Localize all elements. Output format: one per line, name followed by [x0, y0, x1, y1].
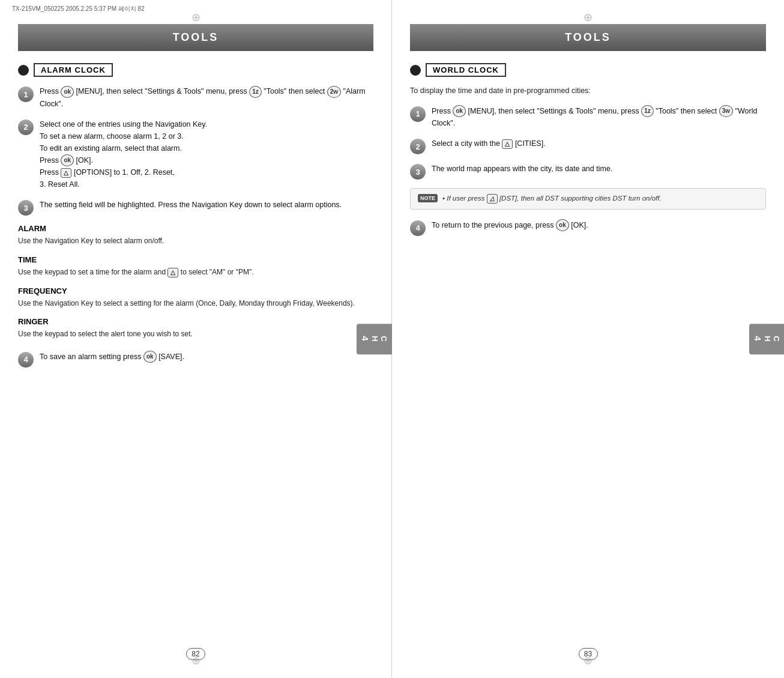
step-num-3: 3 — [18, 200, 34, 216]
time-subtext: Use the keypad to set a time for the ala… — [18, 267, 373, 278]
alarm-clock-section-title: ALARM CLOCK — [18, 63, 373, 77]
tools-key: 1z — [249, 86, 262, 98]
crosshair-top-left: ⊕ — [191, 11, 201, 24]
step-text-1-right: Press ok [MENU], then select "Settings &… — [432, 105, 766, 130]
step-num-1-right: 1 — [410, 106, 426, 122]
menu-key: ok — [61, 86, 74, 98]
ringer-subtext: Use the keypad to select the alert tone … — [18, 328, 373, 340]
note-label: NOTE — [418, 194, 438, 202]
ok-key-right: ok — [556, 219, 569, 231]
crosshair-bottom-left: ⊕ — [191, 654, 201, 667]
alarm-subtext: Use the Navigation Key to select alarm o… — [18, 235, 373, 247]
step-text-4-right: To return to the previous page, press ok… — [432, 219, 588, 232]
step-num-2: 2 — [18, 120, 34, 135]
step-text-3-right: The world map appears with the city, its… — [432, 163, 612, 175]
alarm-clock-label: ALARM CLOCK — [34, 63, 113, 77]
step-2-right: 2 Select a city with the △ [CITIES]. — [410, 138, 766, 154]
left-side-tab: C H 4 — [357, 324, 392, 354]
crosshair-bottom-right: ⊕ — [583, 654, 593, 667]
note-box: NOTE • If user press △ [DST], then all D… — [410, 188, 766, 209]
worldclock-key: 3w — [719, 105, 733, 117]
step-num-1: 1 — [18, 86, 34, 102]
ringer-subheading: RINGER — [18, 317, 373, 326]
left-page: TX-215VM_050225 2005.2.25 5:37 PM 페이지 82… — [0, 0, 392, 678]
step-num-4-right: 4 — [410, 220, 426, 236]
step-1: 1 Press ok [MENU], then select "Settings… — [18, 85, 373, 110]
dst-key: △ — [487, 194, 498, 204]
world-clock-label: WORLD CLOCK — [426, 63, 506, 77]
step-1-right: 1 Press ok [MENU], then select "Settings… — [410, 105, 766, 130]
freq-subtext: Use the Navigation Key to select a setti… — [18, 298, 373, 309]
alarmclock-key: 2w — [327, 86, 341, 98]
cities-key: △ — [502, 139, 513, 149]
step-text-1: Press ok [MENU], then select "Settings &… — [40, 85, 373, 110]
section-dot-right — [410, 65, 421, 76]
step-text-2: Select one of the entries using the Navi… — [40, 118, 207, 191]
world-clock-section-title: WORLD CLOCK — [410, 63, 766, 77]
crosshair-top-right: ⊕ — [583, 11, 593, 24]
step-3: 3 The setting field will be highlighted.… — [18, 199, 373, 216]
time-subheading: TIME — [18, 255, 373, 264]
ok-key-2: ok — [61, 154, 74, 166]
nav-key-time: △ — [167, 268, 178, 277]
step-text-2-right: Select a city with the △ [CITIES]. — [432, 138, 546, 150]
step-num-3-right: 3 — [410, 164, 426, 180]
tools-key-right: 1z — [641, 105, 654, 117]
menu-key-right: ok — [453, 105, 466, 117]
freq-subheading: FREQUENCY — [18, 286, 373, 295]
note-text: • If user press △ [DST], then all DST su… — [442, 193, 662, 204]
options-key: △ — [61, 168, 71, 178]
left-content: 1 Press ok [MENU], then select "Settings… — [0, 85, 391, 368]
section-dot — [18, 65, 29, 76]
left-header: TOOLS — [18, 24, 373, 51]
step-3-right: 3 The world map appears with the city, i… — [410, 163, 766, 180]
right-page: ⊕ TOOLS WORLD CLOCK To display the time … — [392, 0, 784, 678]
step-4-right: 4 To return to the previous page, press … — [410, 219, 766, 236]
step-4-left: 4 To save an alarm setting press ok [SAV… — [18, 351, 373, 368]
step-num-2-right: 2 — [410, 139, 426, 154]
step-text-3: The setting field will be highlighted. P… — [40, 199, 342, 211]
step-text-4-left: To save an alarm setting press ok [SAVE]… — [40, 351, 184, 363]
save-key: ok — [143, 351, 157, 363]
step-2: 2 Select one of the entries using the Na… — [18, 118, 373, 191]
right-content: To display the time and date in pre-prog… — [392, 85, 784, 236]
intro-text: To display the time and date in pre-prog… — [410, 85, 766, 97]
right-header: TOOLS — [410, 24, 766, 51]
step-num-4-left: 4 — [18, 352, 34, 368]
alarm-subheading: ALARM — [18, 224, 373, 233]
right-side-tab: C H 4 — [749, 324, 784, 354]
filepath: TX-215VM_050225 2005.2.25 5:37 PM 페이지 82 — [12, 5, 145, 13]
